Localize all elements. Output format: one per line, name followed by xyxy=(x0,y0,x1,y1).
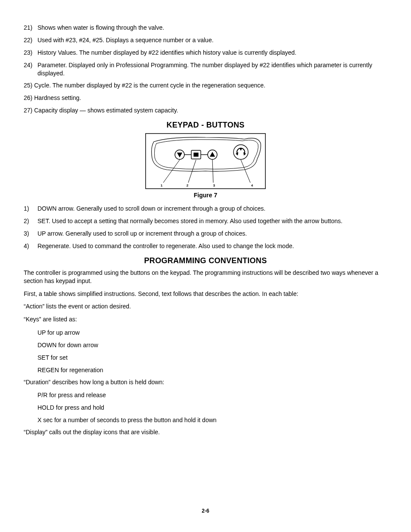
svg-line-16 xyxy=(241,160,250,183)
figure-7-caption: Figure 7 xyxy=(24,192,387,199)
display-paragraph: “Display” calls out the display icons th… xyxy=(24,428,387,437)
svg-line-13 xyxy=(163,160,180,183)
svg-marker-12 xyxy=(240,148,242,151)
keypad-num-1: 1 xyxy=(161,184,163,187)
list-item-text: Shows when water is flowing through the … xyxy=(37,24,164,32)
keys-head: “Keys” are listed as: xyxy=(24,315,387,324)
list-item-text: SET. Used to accept a setting that norma… xyxy=(37,217,342,225)
first-paragraph: First, a table shows simplified instruct… xyxy=(24,290,387,299)
figure-7-wrap: 1 2 3 4 Figure 7 xyxy=(24,133,387,199)
keypad-num-4: 4 xyxy=(251,184,253,187)
svg-rect-5 xyxy=(194,153,198,156)
heading-keypad-buttons: KEYPAD - BUTTONS xyxy=(24,121,387,130)
list-item: 27)Capacity display — shows estimated sy… xyxy=(24,106,387,115)
list-item-number: 26) xyxy=(24,94,32,102)
action-paragraph: “Action” lists the event or action desir… xyxy=(24,302,387,311)
list-item: 3)UP arrow. Generally used to scroll up … xyxy=(24,230,387,238)
list-21-27: 21)Shows when water is flowing through t… xyxy=(24,24,387,115)
svg-point-9 xyxy=(234,145,248,159)
list-item: 2)SET. Used to accept a setting that nor… xyxy=(24,217,387,225)
list-item-text: History Values. The number displayed by … xyxy=(37,49,296,57)
keypad-num-2: 2 xyxy=(187,184,189,187)
list-item: 23)History Values. The number displayed … xyxy=(24,49,387,57)
page-body: 21)Shows when water is flowing through t… xyxy=(0,0,411,437)
list-item: 24)Parameter. Displayed only in Professi… xyxy=(24,61,387,78)
keys-list-item: REGEN for regeneration xyxy=(24,366,387,375)
keys-list-item: DOWN for down arrow xyxy=(24,341,387,350)
list-item-number: 1) xyxy=(24,205,37,213)
keys-list: UP for up arrowDOWN for down arrowSET fo… xyxy=(24,328,387,375)
intro-paragraph: The controller is programmed using the b… xyxy=(24,269,387,286)
list-item-number: 27) xyxy=(24,106,32,115)
list-item: 26)Hardness setting. xyxy=(24,94,387,102)
list-item-text: Hardness setting. xyxy=(34,94,81,102)
list-item: 25)Cycle. The number displayed by #22 is… xyxy=(24,81,387,90)
duration-list-item: HOLD for press and hold xyxy=(24,403,387,412)
list-item-text: Used with #23, #24, #25. Displays a sequ… xyxy=(37,36,214,44)
list-item-text: UP arrow. Generally used to scroll up or… xyxy=(37,230,247,238)
keypad-diagram: 1 2 3 4 xyxy=(145,133,266,189)
list-item-text: DOWN arrow. Generally used to scroll dow… xyxy=(37,205,265,213)
list-item: 21)Shows when water is flowing through t… xyxy=(24,24,387,32)
duration-head: “Duration” describes how long a button i… xyxy=(24,378,387,387)
keypad-num-3: 3 xyxy=(213,184,215,187)
duration-list-item: X sec for a number of seconds to press t… xyxy=(24,416,387,425)
heading-programming-conventions: PROGRAMMING CONVENTIONS xyxy=(24,256,387,265)
list-item-text: Cycle. The number displayed by #22 is th… xyxy=(34,81,265,90)
list-item-number: 4) xyxy=(24,242,37,250)
list-1-4: 1)DOWN arrow. Generally used to scroll d… xyxy=(24,205,387,250)
duration-list-item: P/R for press and release xyxy=(24,391,387,400)
list-item-text: Capacity display — shows estimated syste… xyxy=(34,106,178,115)
list-item-number: 24) xyxy=(24,61,37,78)
list-item-text: Parameter. Displayed only in Professiona… xyxy=(37,61,387,78)
keys-list-item: SET for set xyxy=(24,353,387,362)
list-item-number: 23) xyxy=(24,49,37,57)
list-item-number: 2) xyxy=(24,217,37,225)
keys-list-item: UP for up arrow xyxy=(24,328,387,337)
list-item-number: 25) xyxy=(24,81,32,90)
list-item-number: 3) xyxy=(24,230,37,238)
list-item-number: 22) xyxy=(24,36,37,44)
svg-marker-8 xyxy=(210,152,215,156)
duration-list: P/R for press and releaseHOLD for press … xyxy=(24,391,387,425)
list-item-text: Regenerate. Used to command the controll… xyxy=(37,242,294,250)
list-item: 4)Regenerate. Used to command the contro… xyxy=(24,242,387,250)
list-item-number: 21) xyxy=(24,24,37,32)
svg-marker-2 xyxy=(177,153,182,157)
page-footer: 2-6 xyxy=(0,508,411,514)
list-item: 1)DOWN arrow. Generally used to scroll d… xyxy=(24,205,387,213)
list-item: 22)Used with #23, #24, #25. Displays a s… xyxy=(24,36,387,44)
